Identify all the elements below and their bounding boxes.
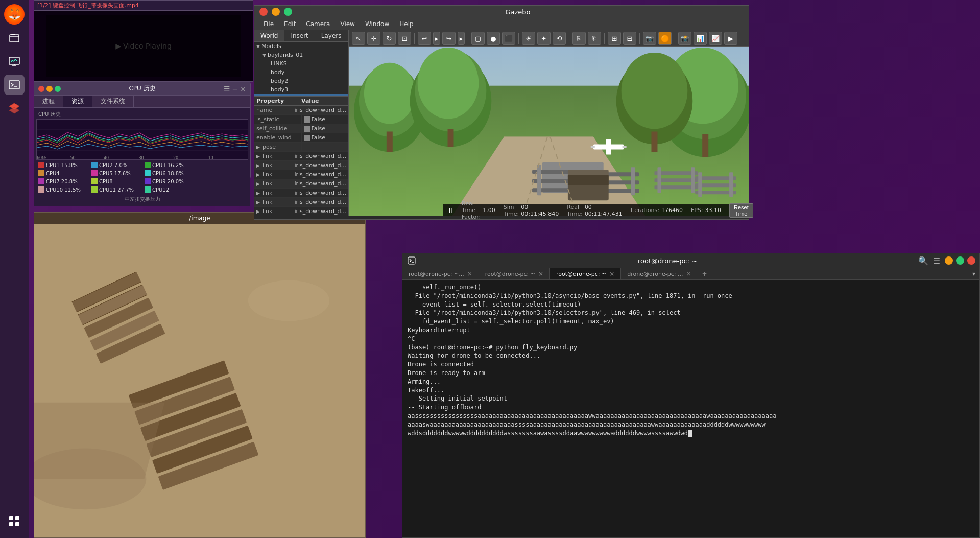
cpu-close-x-btn[interactable]: × xyxy=(240,85,246,93)
link7-expand-icon[interactable]: ▶ xyxy=(256,209,260,214)
link4-expand-icon[interactable]: ▶ xyxy=(256,181,260,186)
prop-link2-row[interactable]: ▶ link iris_downward_d... xyxy=(254,161,348,170)
tb-copy-btn[interactable]: ⎘ xyxy=(572,32,586,45)
cpu-min-btn[interactable] xyxy=(46,86,53,92)
cpu9-label: CPU9 20.0% xyxy=(152,179,184,184)
pause-button[interactable]: ⏸ xyxy=(447,206,453,215)
panel-tab-world[interactable]: World xyxy=(254,30,284,41)
prop-pose-row[interactable]: ▶ pose xyxy=(254,143,348,152)
terminal-tab-3-close[interactable]: × xyxy=(686,270,691,277)
terminal-tab-3[interactable]: drone@drone-pc: ... × xyxy=(621,268,698,279)
cpu-close-btn[interactable] xyxy=(38,86,44,92)
cpu-minus-btn[interactable]: − xyxy=(232,85,238,93)
gazebo-menu-view[interactable]: View xyxy=(335,19,360,29)
prop-link7-row[interactable]: ▶ link iris_downward_d... xyxy=(254,207,348,216)
gazebo-menu-help[interactable]: Help xyxy=(394,19,418,29)
prop-link4-row[interactable]: ▶ link iris_downward_d... xyxy=(254,179,348,189)
terminal-close-btn[interactable] xyxy=(967,256,975,265)
tb-undo-arrow[interactable]: ▸ xyxy=(433,32,440,45)
pose-expand-icon[interactable]: ▶ xyxy=(256,145,260,150)
cpu-max-btn[interactable] xyxy=(55,86,61,92)
tree-body2[interactable]: body2 xyxy=(254,77,348,85)
tb-screenshot-btn[interactable]: 📸 xyxy=(678,32,691,45)
terminal-tab-1-close[interactable]: × xyxy=(538,270,543,277)
link5-expand-icon[interactable]: ▶ xyxy=(256,191,260,196)
gazebo-menu-file[interactable]: File xyxy=(258,19,279,29)
gazebo-menu-camera[interactable]: Camera xyxy=(301,19,335,29)
link3-expand-icon[interactable]: ▶ xyxy=(256,172,260,177)
panel-tab-layers[interactable]: Layers xyxy=(315,30,348,41)
taskbar-firefox-icon[interactable]: 🦊 xyxy=(4,4,25,25)
cpu-tab-filesystem[interactable]: 文件系统 xyxy=(92,96,134,107)
cpu-tab-resource[interactable]: 资源 xyxy=(63,96,92,107)
terminal-tab-dropdown[interactable]: ▾ xyxy=(968,270,979,277)
tb-rotate-btn[interactable]: ↻ xyxy=(383,32,396,45)
gazebo-window: Gazebo File Edit Camera View Window Help… xyxy=(254,5,749,220)
tb-redo-btn[interactable]: ↪ xyxy=(442,32,456,45)
tb-plot-btn[interactable]: 📈 xyxy=(709,32,722,45)
terminal-menu-btn[interactable]: ☰ xyxy=(931,255,942,266)
svg-text:▶ Video Playing: ▶ Video Playing xyxy=(115,42,172,50)
link2-expand-icon[interactable]: ▶ xyxy=(256,163,260,168)
tree-iris-camera[interactable]: ▼ iris_downward_depth_camera xyxy=(254,94,348,96)
terminal-icon-btn[interactable] xyxy=(407,255,417,266)
tree-models[interactable]: ▼ Models xyxy=(254,42,348,51)
panel-tree[interactable]: ▼ Models ▼ baylands_01 LINKS body body2 xyxy=(254,42,348,96)
tb-redo-arrow[interactable]: ▸ xyxy=(458,32,465,45)
tb-sphere-btn[interactable]: ● xyxy=(487,32,500,45)
taskbar-terminal-icon[interactable] xyxy=(4,75,25,95)
tree-body[interactable]: body xyxy=(254,68,348,77)
tb-spot-btn[interactable]: ✦ xyxy=(537,32,551,45)
prop-link6-row[interactable]: ▶ link iris_downward_d... xyxy=(254,198,348,207)
tree-baylands[interactable]: ▼ baylands_01 xyxy=(254,51,348,59)
tb-dir-btn[interactable]: ⟲ xyxy=(553,32,566,45)
gazebo-menu-window[interactable]: Window xyxy=(360,19,394,29)
taskbar-monitor-icon[interactable] xyxy=(4,51,25,72)
tb-align-btn[interactable]: ⊞ xyxy=(608,32,621,45)
prop-link3-row[interactable]: ▶ link iris_downward_d... xyxy=(254,170,348,179)
tb-scale-btn[interactable]: ⊡ xyxy=(398,32,411,45)
tab-dropdown-arrow[interactable]: ▾ xyxy=(968,270,979,277)
gazebo-close-btn[interactable] xyxy=(259,8,268,16)
cpu-tab-process[interactable]: 进程 xyxy=(34,96,63,107)
link6-expand-icon[interactable]: ▶ xyxy=(256,200,260,205)
tree-links1[interactable]: LINKS xyxy=(254,59,348,68)
taskbar-files-icon[interactable] xyxy=(4,28,25,48)
tb-cylinder-btn[interactable]: ⬛ xyxy=(502,32,515,45)
taskbar-layers-icon[interactable] xyxy=(4,98,25,119)
tb-move-btn[interactable]: ✛ xyxy=(367,32,380,45)
tb-cam1-btn[interactable]: 📷 xyxy=(643,32,656,45)
terminal-tab-2[interactable]: root@drone-pc: ~ × xyxy=(550,268,621,279)
terminal-search-btn[interactable]: 🔍 xyxy=(918,255,928,266)
link1-expand-icon[interactable]: ▶ xyxy=(256,154,260,159)
terminal-tab-1[interactable]: root@drone-pc: ~ × xyxy=(479,268,550,279)
terminal-tab-2-close[interactable]: × xyxy=(609,270,614,277)
tb-sun-btn[interactable]: ☀ xyxy=(522,32,535,45)
terminal-min-btn[interactable] xyxy=(945,256,953,265)
tb-snap-btn[interactable]: ⊟ xyxy=(623,32,636,45)
gazebo-3d-viewport[interactable] xyxy=(349,47,749,216)
panel-tab-insert[interactable]: Insert xyxy=(284,30,315,41)
tb-log-btn[interactable]: 📊 xyxy=(694,32,707,45)
terminal-tab-0[interactable]: root@drone-pc: ~... × xyxy=(402,268,479,279)
gazebo-menu-edit[interactable]: Edit xyxy=(279,19,301,29)
taskbar-grid-icon[interactable] xyxy=(4,511,25,531)
terminal-content[interactable]: self._run_once() File "/root/miniconda3/… xyxy=(402,280,979,529)
tree-body3[interactable]: body3 xyxy=(254,85,348,94)
tb-undo-btn[interactable]: ↩ xyxy=(418,32,431,45)
prop-link1-row[interactable]: ▶ link iris_downward_d... xyxy=(254,152,348,161)
tb-paste-btn[interactable]: ⎗ xyxy=(588,32,601,45)
prop-link5-row[interactable]: ▶ link iris_downward_d... xyxy=(254,189,348,198)
terminal-tab-0-close[interactable]: × xyxy=(467,270,472,277)
tb-arrow-btn[interactable]: ↖ xyxy=(352,32,365,45)
terminal-add-tab-btn[interactable]: + xyxy=(698,268,711,279)
cpu-menu-btn[interactable]: ☰ xyxy=(224,85,230,93)
tb-box-btn[interactable]: ▢ xyxy=(471,32,485,45)
tb-cam2-btn[interactable]: 🟠 xyxy=(658,32,672,45)
terminal-max-btn[interactable] xyxy=(956,256,964,265)
gazebo-max-btn[interactable] xyxy=(284,8,292,16)
reset-time-button[interactable]: Reset Time xyxy=(729,203,753,218)
video-content: ▶ Video Playing xyxy=(34,11,253,81)
tb-record-btn[interactable]: ▶ xyxy=(724,32,737,45)
gazebo-min-btn[interactable] xyxy=(272,8,280,16)
